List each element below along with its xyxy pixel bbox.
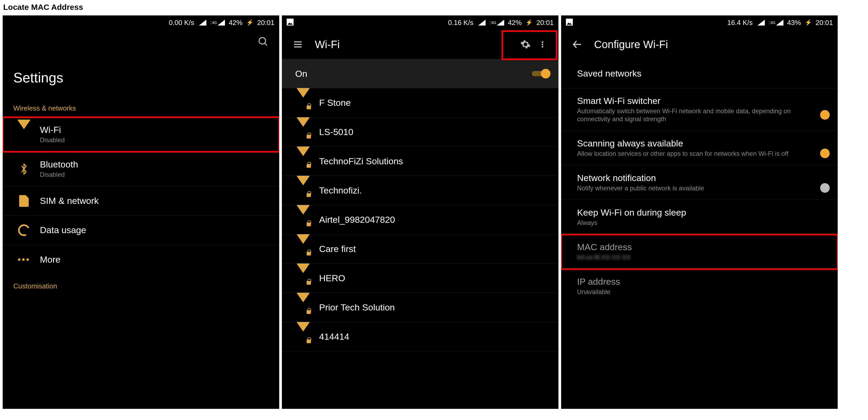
item-label: More [40, 254, 271, 265]
wifi-network-item[interactable]: LS-5010 [282, 118, 558, 147]
wifi-network-item[interactable]: F Stone [282, 88, 558, 118]
row-sub: Unavailable [577, 288, 830, 296]
row-label: Saved networks [577, 68, 830, 79]
screen-title: Configure Wi-Fi [594, 38, 668, 51]
status-bar: 0.00 K/s : 4G 42% ⚡ 20:01 [3, 15, 279, 30]
row-keep-wifi-sleep[interactable]: Keep Wi-Fi on during sleep Always [561, 200, 838, 234]
svg-line-1 [265, 43, 267, 45]
battery-text: 42% [508, 19, 522, 27]
row-sub: b4:ce:f6:XX:XX:XX [577, 253, 830, 261]
hamburger-icon[interactable] [289, 36, 306, 53]
net-speed: 0.16 K/s [448, 19, 473, 27]
phones-row: 0.00 K/s : 4G 42% ⚡ 20:01 Settings Wirel… [0, 13, 868, 412]
app-bar: Wi-Fi [282, 30, 558, 59]
item-sub: Disabled [40, 171, 271, 179]
settings-item-data[interactable]: Data usage [3, 216, 279, 245]
network-name: Care first [319, 244, 551, 254]
row-label: MAC address [577, 242, 830, 252]
item-label: Wi-Fi [40, 125, 271, 135]
wifi-switch[interactable] [532, 68, 551, 79]
wifi-secure-icon [292, 127, 314, 137]
network-name: 414414 [319, 331, 551, 342]
row-smart-switcher[interactable]: Smart Wi-Fi switcher Automatically switc… [561, 88, 838, 131]
gallery-notif-icon [566, 19, 573, 27]
data-indicator: : 4G [210, 20, 225, 26]
settings-item-sim[interactable]: SIM & network [3, 186, 279, 216]
svg-point-6 [542, 43, 543, 45]
network-name: F Stone [319, 98, 551, 108]
network-name: Airtel_9982047820 [319, 215, 551, 225]
wifi-secure-icon [292, 215, 314, 225]
item-label: Bluetooth [40, 159, 271, 170]
net-speed: 16.4 K/s [727, 19, 752, 27]
screen-title: Wi-Fi [315, 38, 340, 51]
wifi-network-item[interactable]: 414414 [282, 322, 558, 351]
wifi-secure-icon [292, 273, 314, 284]
row-network-notification[interactable]: Network notification Notify whenever a p… [561, 165, 838, 200]
section-customisation: Customisation [3, 274, 279, 295]
wifi-secure-icon [292, 331, 314, 342]
data-usage-icon [13, 224, 35, 236]
network-name: Technofizi. [319, 185, 551, 196]
row-label: Network notification [577, 173, 825, 183]
wifi-network-item[interactable]: TechnoFiZi Solutions [282, 147, 558, 176]
configure-list: Saved networks Smart Wi-Fi switcher Auto… [561, 59, 838, 303]
row-sub: Always [577, 219, 830, 227]
wifi-secure-icon [292, 98, 314, 108]
charging-icon: ⚡ [525, 19, 533, 26]
clock: 20:01 [816, 19, 833, 27]
row-label: Smart Wi-Fi switcher [577, 96, 825, 106]
svg-point-0 [259, 37, 266, 44]
battery-text: 43% [787, 19, 801, 27]
section-wireless: Wireless & networks [3, 96, 279, 117]
wifi-network-item[interactable]: Care first [282, 234, 558, 264]
settings-item-bluetooth[interactable]: Bluetooth Disabled [3, 152, 279, 186]
wifi-network-list: F StoneLS-5010TechnoFiZi SolutionsTechno… [282, 88, 558, 351]
wifi-network-item[interactable]: Prior Tech Solution [282, 293, 558, 322]
gear-icon[interactable] [517, 36, 534, 53]
row-sub: Notify whenever a public network is avai… [577, 184, 825, 192]
row-sub: Automatically switch between Wi-Fi netwo… [577, 107, 825, 123]
back-icon[interactable] [568, 36, 586, 53]
wifi-network-item[interactable]: Technofizi. [282, 176, 558, 205]
row-ip-address: IP address Unavailable [561, 269, 838, 303]
network-name: Prior Tech Solution [319, 302, 551, 313]
app-bar: Configure Wi-Fi [561, 30, 838, 59]
clock: 20:01 [536, 19, 554, 27]
wifi-toggle-row[interactable]: On [282, 59, 558, 88]
sim-icon [13, 195, 35, 207]
settings-title: Settings [3, 54, 279, 96]
item-label: SIM & network [40, 196, 271, 206]
clock: 20:01 [257, 19, 274, 27]
search-icon[interactable] [255, 33, 272, 50]
phone-configure: 16.4 K/s : 4G 43% ⚡ 20:01 Configure Wi-F… [561, 15, 838, 409]
page-heading: Locate MAC Address [0, 0, 868, 13]
charging-icon: ⚡ [805, 19, 812, 26]
gallery-notif-icon [287, 19, 293, 27]
svg-point-5 [542, 41, 543, 43]
phone-settings: 0.00 K/s : 4G 42% ⚡ 20:01 Settings Wirel… [3, 15, 279, 409]
wifi-secure-icon [292, 302, 314, 313]
wifi-secure-icon [292, 244, 314, 254]
network-name: LS-5010 [319, 127, 551, 137]
wifi-icon [13, 129, 35, 140]
row-scanning-available[interactable]: Scanning always available Allow location… [561, 131, 838, 165]
data-indicator: : 4G [489, 20, 504, 26]
status-bar: 16.4 K/s : 4G 43% ⚡ 20:01 [561, 15, 838, 30]
row-label: Keep Wi-Fi on during sleep [577, 207, 830, 218]
settings-list: Wi-Fi Disabled Bluetooth Disabled SIM & … [3, 117, 279, 274]
row-saved-networks[interactable]: Saved networks [561, 59, 838, 88]
svg-point-7 [542, 46, 543, 47]
settings-item-more[interactable]: ••• More [3, 245, 279, 274]
phone-wifi: 0.16 K/s : 4G 42% ⚡ 20:01 Wi-Fi [282, 15, 558, 409]
wifi-network-item[interactable]: HERO [282, 264, 558, 293]
charging-icon: ⚡ [246, 19, 253, 26]
app-bar [3, 30, 279, 54]
settings-item-wifi[interactable]: Wi-Fi Disabled [3, 117, 279, 152]
wifi-network-item[interactable]: Airtel_9982047820 [282, 205, 558, 234]
overflow-icon[interactable] [534, 36, 551, 53]
signal-icon [477, 20, 486, 26]
row-label: IP address [577, 277, 830, 287]
bluetooth-icon [13, 163, 35, 175]
row-sub: Allow location services or other apps to… [577, 150, 825, 158]
